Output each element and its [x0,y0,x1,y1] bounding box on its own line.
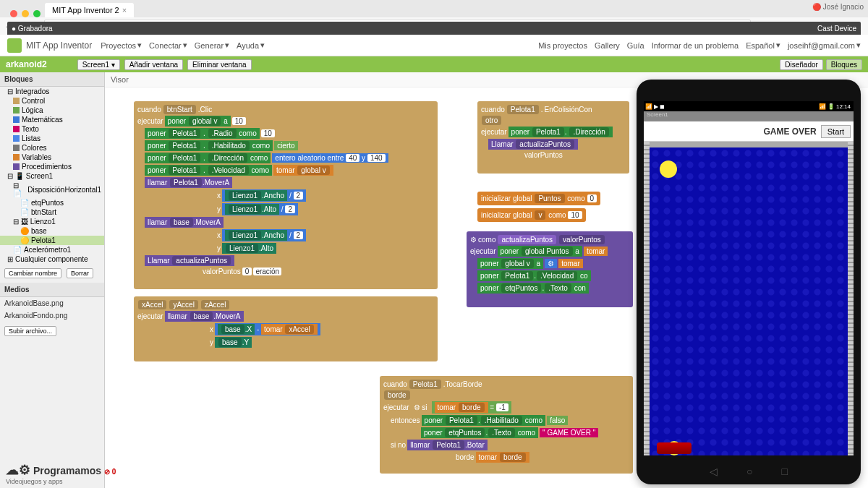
blocks-button[interactable]: Bloques [826,59,862,70]
cat-colores[interactable]: Colores [0,143,104,153]
sidebar: Bloques ⊟ Integrados Control Lógica Mate… [0,72,105,488]
cat-logica[interactable]: Lógica [0,106,104,115]
delete-button[interactable]: Borrar [67,268,93,278]
tree-etq[interactable]: 📄 etqPuntos [0,198,104,207]
browser-tab[interactable]: MIT App Inventor 2 × [45,3,134,17]
tree-btn[interactable]: 📄 btnStart [0,207,104,217]
menu-misproyectos[interactable]: Mis proyectos [538,40,587,50]
logo-icon [7,38,22,53]
footer-logo: ☁⚙ Programamos ⊘ 0 Videojuegos y apps [6,462,116,485]
add-screen-button[interactable]: Añadir ventana [124,59,183,70]
tab-title: MIT App Inventor 2 [52,6,119,14]
cat-listas[interactable]: Listas [0,134,104,143]
start-button[interactable]: Start [821,125,851,138]
cat-matematicas[interactable]: Matemáticas [0,115,104,124]
project-name: arkanoid2 [6,59,47,69]
screen-selector[interactable]: Screen1 ▾ [77,59,120,70]
block-tocarborde[interactable]: cuando Pelota1.TocarBorde borde ejecutar… [380,376,633,474]
tree-screen1[interactable]: ⊟ 📱 Screen1 [0,171,104,181]
app-header: MIT App Inventor Proyectos ▾ Conectar ▾ … [0,35,868,56]
tree-lienzo[interactable]: ⊟ 🖼 Lienzo1 [0,217,104,226]
cat-procedimientos[interactable]: Procedimientos [0,162,104,171]
maximize-icon[interactable] [33,10,41,17]
menu-gallery[interactable]: Gallery [595,40,620,50]
remove-screen-button[interactable]: Eliminar ventana [187,59,251,70]
phone-frame: 📶 ▶ ◼📶 🔋 12:14 Screen1 GAME OVER Start ◁… [637,80,861,484]
close-tab-icon[interactable]: × [122,6,127,14]
cat-variables[interactable]: Variables [0,153,104,162]
block-btnstart-clic[interactable]: cuando btnStart.Clic ejecutar poner glob… [134,101,438,289]
app-logo: MIT App Inventor [7,38,92,53]
tree-base[interactable]: 🟠 base [0,226,104,236]
phone-appbar: Screen1 [644,111,854,121]
cat-texto[interactable]: Texto [0,124,104,134]
gameover-label: GAME OVER [763,127,816,137]
rename-button[interactable]: Cambiar nombre [4,268,61,278]
cat-control[interactable]: Control [0,96,104,106]
paddle-sprite[interactable] [657,442,692,454]
phone-nav-buttons[interactable]: ◁○□ [710,466,788,477]
recents-nav-icon: □ [782,466,788,477]
tree-integrados[interactable]: ⊟ Integrados [0,87,104,96]
sidebar-title: Bloques [0,72,104,87]
project-toolbar: arkanoid2 Screen1 ▾ Añadir ventana Elimi… [0,56,868,72]
media-title: Medios [0,283,104,297]
block-init-v[interactable]: inicializar global v como 10 [477,208,586,222]
block-colision[interactable]: cuando Pelota1.EnColisiónCon otro ejecut… [477,101,629,174]
designer-button[interactable]: Diseñador [780,59,823,70]
tree-accel[interactable]: 📄 Acelerómetro1 [0,245,104,254]
right-menus: Mis proyectos Gallery Guía Informar de u… [538,40,861,50]
tree-pelota[interactable]: 🟡 Pelota1 [0,236,104,245]
close-icon[interactable] [10,10,17,17]
minimize-icon[interactable] [22,10,29,17]
phone-screen: 📶 ▶ ◼📶 🔋 12:14 Screen1 GAME OVER Start [644,101,854,455]
menu-email[interactable]: joseihf@gmail.com ▾ [788,40,861,50]
menu-conectar[interactable]: Conectar ▾ [149,40,187,50]
menu-ayuda[interactable]: Ayuda ▾ [237,40,265,50]
tab-strip: MIT App Inventor 2 × [0,0,868,17]
window-controls[interactable] [6,10,45,17]
back-nav-icon: ◁ [710,466,718,477]
tree-disp[interactable]: ⊟ 📄 DisposiciónHorizontal1 [0,181,104,198]
cast-bar: ● Grabadora Cast Device [7,22,861,35]
os-user-badge: 🔴 José Ignacio [812,3,864,11]
phone-header: GAME OVER Start [644,121,854,142]
menu-proyectos[interactable]: Proyectos ▾ [101,40,142,50]
tree-any[interactable]: ⊞ Cualquier componente [0,254,104,264]
block-accel[interactable]: xAccel yAccel zAccel ejecutar llamar bas… [134,296,438,361]
phone-statusbar: 📶 ▶ ◼📶 🔋 12:14 [644,101,854,111]
menu-generar[interactable]: Generar ▾ [195,40,229,50]
media-item-1[interactable]: ArkanoidBase.png [0,297,104,309]
block-init-puntos[interactable]: inicializar global Puntos como 0 [477,192,600,205]
ball-sprite[interactable] [660,160,677,178]
game-canvas[interactable] [644,142,854,455]
upload-button[interactable]: Subir archivo... [4,326,56,336]
block-proc-actualiza[interactable]: ⚙ como actualizaPuntos valorPuntos ejecu… [467,231,633,307]
main-menus: Proyectos ▾ Conectar ▾ Generar ▾ Ayuda ▾ [101,40,265,50]
menu-idioma[interactable]: Español ▾ [746,40,780,50]
menu-informar[interactable]: Informar de un problema [652,40,739,50]
app-title: MIT App Inventor [26,40,92,51]
menu-guia[interactable]: Guía [627,40,644,50]
home-nav-icon: ○ [746,466,752,477]
media-item-2[interactable]: ArkanoidFondo.png [0,309,104,322]
